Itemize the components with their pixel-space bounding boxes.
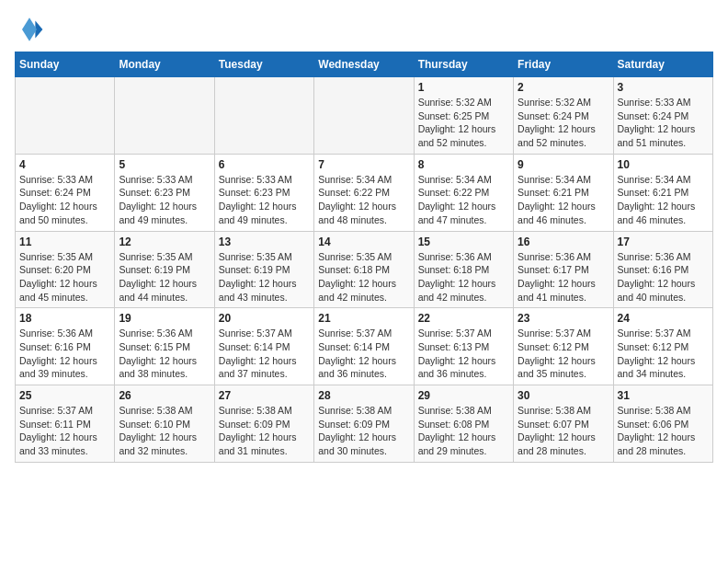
day-number: 13 xyxy=(219,236,310,248)
day-number: 17 xyxy=(618,236,709,248)
day-number: 1 xyxy=(418,81,509,94)
day-number: 12 xyxy=(119,236,210,248)
day-number: 18 xyxy=(19,312,110,325)
day-number: 23 xyxy=(518,312,609,325)
day-number: 26 xyxy=(119,389,210,402)
day-number: 11 xyxy=(19,236,110,248)
day-of-week-header: Tuesday xyxy=(214,52,313,77)
day-of-week-header: Saturday xyxy=(613,52,712,77)
day-info: Sunrise: 5:34 AM Sunset: 6:22 PM Dayligh… xyxy=(318,173,409,227)
day-number: 2 xyxy=(518,81,609,94)
day-info: Sunrise: 5:36 AM Sunset: 6:16 PM Dayligh… xyxy=(19,327,110,381)
calendar-header-row: SundayMondayTuesdayWednesdayThursdayFrid… xyxy=(16,52,713,77)
day-of-week-header: Monday xyxy=(115,52,214,77)
svg-marker-1 xyxy=(22,17,37,41)
day-number: 31 xyxy=(618,389,709,402)
day-number: 3 xyxy=(618,81,709,94)
day-number: 16 xyxy=(518,236,609,248)
calendar-day-cell: 21Sunrise: 5:37 AM Sunset: 6:14 PM Dayli… xyxy=(314,308,414,385)
day-info: Sunrise: 5:37 AM Sunset: 6:11 PM Dayligh… xyxy=(19,404,110,458)
day-info: Sunrise: 5:33 AM Sunset: 6:23 PM Dayligh… xyxy=(219,173,310,227)
day-info: Sunrise: 5:38 AM Sunset: 6:09 PM Dayligh… xyxy=(318,404,409,458)
day-number: 25 xyxy=(19,389,110,402)
day-info: Sunrise: 5:33 AM Sunset: 6:24 PM Dayligh… xyxy=(19,173,110,227)
calendar-day-cell: 27Sunrise: 5:38 AM Sunset: 6:09 PM Dayli… xyxy=(214,385,313,463)
day-info: Sunrise: 5:33 AM Sunset: 6:23 PM Dayligh… xyxy=(119,173,210,227)
logo-icon xyxy=(15,15,44,44)
calendar-day-cell: 12Sunrise: 5:35 AM Sunset: 6:19 PM Dayli… xyxy=(115,231,214,308)
day-number: 8 xyxy=(418,158,509,171)
calendar-day-cell: 17Sunrise: 5:36 AM Sunset: 6:16 PM Dayli… xyxy=(613,231,712,308)
page-header xyxy=(15,15,713,44)
day-number: 6 xyxy=(219,158,310,171)
day-info: Sunrise: 5:37 AM Sunset: 6:12 PM Dayligh… xyxy=(618,327,709,381)
calendar-day-cell xyxy=(214,77,313,155)
calendar-day-cell: 19Sunrise: 5:36 AM Sunset: 6:15 PM Dayli… xyxy=(115,308,214,385)
day-number: 24 xyxy=(618,312,709,325)
calendar-week-row: 11Sunrise: 5:35 AM Sunset: 6:20 PM Dayli… xyxy=(16,231,713,308)
calendar-day-cell: 1Sunrise: 5:32 AM Sunset: 6:25 PM Daylig… xyxy=(414,77,513,155)
calendar-day-cell: 31Sunrise: 5:38 AM Sunset: 6:06 PM Dayli… xyxy=(613,385,712,463)
day-info: Sunrise: 5:35 AM Sunset: 6:19 PM Dayligh… xyxy=(219,250,310,304)
day-info: Sunrise: 5:32 AM Sunset: 6:25 PM Dayligh… xyxy=(418,96,509,150)
day-info: Sunrise: 5:38 AM Sunset: 6:10 PM Dayligh… xyxy=(119,404,210,458)
day-number: 22 xyxy=(418,312,509,325)
day-info: Sunrise: 5:38 AM Sunset: 6:09 PM Dayligh… xyxy=(219,404,310,458)
day-of-week-header: Friday xyxy=(514,52,613,77)
day-info: Sunrise: 5:37 AM Sunset: 6:12 PM Dayligh… xyxy=(518,327,609,381)
calendar-day-cell: 28Sunrise: 5:38 AM Sunset: 6:09 PM Dayli… xyxy=(314,385,414,463)
day-number: 10 xyxy=(618,158,709,171)
day-of-week-header: Thursday xyxy=(414,52,513,77)
day-number: 15 xyxy=(418,236,509,248)
calendar-day-cell: 29Sunrise: 5:38 AM Sunset: 6:08 PM Dayli… xyxy=(414,385,513,463)
day-number: 9 xyxy=(518,158,609,171)
day-info: Sunrise: 5:37 AM Sunset: 6:14 PM Dayligh… xyxy=(318,327,409,381)
day-of-week-header: Sunday xyxy=(16,52,115,77)
day-number: 30 xyxy=(518,389,609,402)
calendar-day-cell xyxy=(314,77,414,155)
calendar-week-row: 25Sunrise: 5:37 AM Sunset: 6:11 PM Dayli… xyxy=(16,385,713,463)
calendar-day-cell: 2Sunrise: 5:32 AM Sunset: 6:24 PM Daylig… xyxy=(514,77,613,155)
calendar-day-cell: 22Sunrise: 5:37 AM Sunset: 6:13 PM Dayli… xyxy=(414,308,513,385)
day-number: 4 xyxy=(19,158,110,171)
logo xyxy=(15,15,48,44)
calendar-day-cell: 30Sunrise: 5:38 AM Sunset: 6:07 PM Dayli… xyxy=(514,385,613,463)
day-info: Sunrise: 5:35 AM Sunset: 6:18 PM Dayligh… xyxy=(318,250,409,304)
calendar-day-cell: 11Sunrise: 5:35 AM Sunset: 6:20 PM Dayli… xyxy=(16,231,115,308)
calendar-day-cell: 10Sunrise: 5:34 AM Sunset: 6:21 PM Dayli… xyxy=(613,154,712,231)
calendar-day-cell: 26Sunrise: 5:38 AM Sunset: 6:10 PM Dayli… xyxy=(115,385,214,463)
day-number: 28 xyxy=(318,389,409,402)
calendar-day-cell xyxy=(115,77,214,155)
calendar-day-cell: 3Sunrise: 5:33 AM Sunset: 6:24 PM Daylig… xyxy=(613,77,712,155)
calendar-table: SundayMondayTuesdayWednesdayThursdayFrid… xyxy=(15,52,713,463)
calendar-week-row: 18Sunrise: 5:36 AM Sunset: 6:16 PM Dayli… xyxy=(16,308,713,385)
calendar-day-cell: 20Sunrise: 5:37 AM Sunset: 6:14 PM Dayli… xyxy=(214,308,313,385)
day-number: 19 xyxy=(119,312,210,325)
calendar-day-cell: 8Sunrise: 5:34 AM Sunset: 6:22 PM Daylig… xyxy=(414,154,513,231)
calendar-day-cell: 6Sunrise: 5:33 AM Sunset: 6:23 PM Daylig… xyxy=(214,154,313,231)
calendar-day-cell: 23Sunrise: 5:37 AM Sunset: 6:12 PM Dayli… xyxy=(514,308,613,385)
calendar-day-cell: 24Sunrise: 5:37 AM Sunset: 6:12 PM Dayli… xyxy=(613,308,712,385)
day-number: 14 xyxy=(318,236,409,248)
calendar-day-cell: 7Sunrise: 5:34 AM Sunset: 6:22 PM Daylig… xyxy=(314,154,414,231)
calendar-week-row: 1Sunrise: 5:32 AM Sunset: 6:25 PM Daylig… xyxy=(16,77,713,155)
day-info: Sunrise: 5:36 AM Sunset: 6:17 PM Dayligh… xyxy=(518,250,609,304)
calendar-day-cell: 25Sunrise: 5:37 AM Sunset: 6:11 PM Dayli… xyxy=(16,385,115,463)
day-number: 20 xyxy=(219,312,310,325)
calendar-day-cell: 13Sunrise: 5:35 AM Sunset: 6:19 PM Dayli… xyxy=(214,231,313,308)
day-number: 29 xyxy=(418,389,509,402)
calendar-day-cell: 4Sunrise: 5:33 AM Sunset: 6:24 PM Daylig… xyxy=(16,154,115,231)
day-of-week-header: Wednesday xyxy=(314,52,414,77)
calendar-day-cell xyxy=(16,77,115,155)
day-info: Sunrise: 5:34 AM Sunset: 6:21 PM Dayligh… xyxy=(618,173,709,227)
day-info: Sunrise: 5:37 AM Sunset: 6:13 PM Dayligh… xyxy=(418,327,509,381)
day-info: Sunrise: 5:34 AM Sunset: 6:21 PM Dayligh… xyxy=(518,173,609,227)
calendar-day-cell: 5Sunrise: 5:33 AM Sunset: 6:23 PM Daylig… xyxy=(115,154,214,231)
day-info: Sunrise: 5:37 AM Sunset: 6:14 PM Dayligh… xyxy=(219,327,310,381)
calendar-day-cell: 14Sunrise: 5:35 AM Sunset: 6:18 PM Dayli… xyxy=(314,231,414,308)
day-info: Sunrise: 5:35 AM Sunset: 6:20 PM Dayligh… xyxy=(19,250,110,304)
day-number: 21 xyxy=(318,312,409,325)
day-info: Sunrise: 5:32 AM Sunset: 6:24 PM Dayligh… xyxy=(518,96,609,150)
day-info: Sunrise: 5:33 AM Sunset: 6:24 PM Dayligh… xyxy=(618,96,709,150)
day-info: Sunrise: 5:38 AM Sunset: 6:06 PM Dayligh… xyxy=(618,404,709,458)
